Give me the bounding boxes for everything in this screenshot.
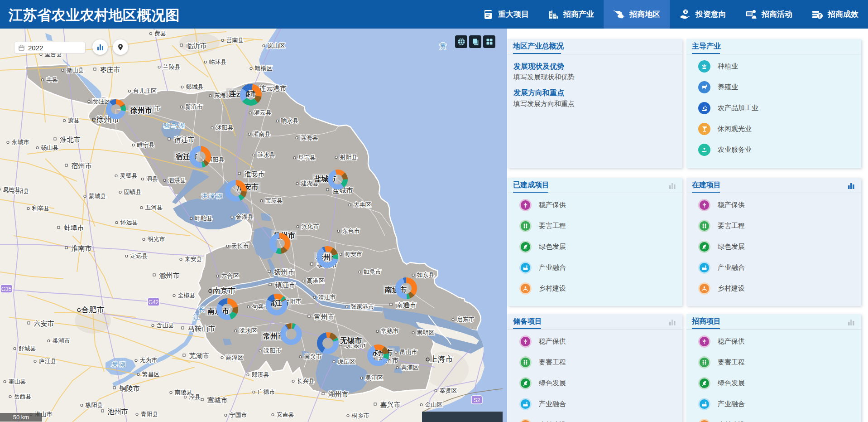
svg-text:永城市: 永城市 bbox=[12, 139, 29, 146]
svg-text:青阳县: 青阳县 bbox=[141, 411, 158, 417]
svg-text:盱眙县: 盱眙县 bbox=[195, 215, 213, 222]
svg-text:射阳县: 射阳县 bbox=[340, 154, 358, 160]
svg-text:奉贤区: 奉贤区 bbox=[440, 387, 457, 394]
svg-text:赣榆区: 赣榆区 bbox=[255, 65, 273, 72]
svg-text:湖州市: 湖州市 bbox=[328, 390, 349, 398]
svg-text:青浦区: 青浦区 bbox=[401, 364, 419, 371]
svg-text:贾汪区: 贾汪区 bbox=[93, 98, 110, 105]
svg-text:巢湖市: 巢湖市 bbox=[53, 337, 70, 344]
svg-text:台儿庄区: 台儿庄区 bbox=[133, 87, 157, 94]
svg-text:海安市: 海安市 bbox=[345, 251, 362, 257]
svg-text:怀远县: 怀远县 bbox=[120, 219, 138, 226]
svg-text:泗洪县: 泗洪县 bbox=[168, 177, 186, 184]
svg-text:无为市: 无为市 bbox=[140, 357, 158, 364]
svg-text:¥: ¥ bbox=[819, 13, 821, 18]
svg-text:蒙城县: 蒙城县 bbox=[89, 193, 106, 199]
svg-text:来安县: 来安县 bbox=[185, 256, 202, 262]
svg-text:淮北市: 淮北市 bbox=[60, 136, 81, 143]
svg-text:丰县: 丰县 bbox=[46, 76, 58, 83]
svg-text:响水县: 响水县 bbox=[281, 117, 299, 124]
svg-text:舒城县: 舒城县 bbox=[19, 345, 36, 352]
svg-text:蚌埠市: 蚌埠市 bbox=[64, 224, 84, 232]
svg-text:郯城县: 郯城县 bbox=[186, 83, 204, 90]
svg-text:枞阳县: 枞阳县 bbox=[86, 402, 103, 408]
svg-text:金湖县: 金湖县 bbox=[236, 213, 254, 220]
svg-text:如皋市: 如皋市 bbox=[364, 268, 381, 275]
svg-text:池州市: 池州市 bbox=[108, 407, 128, 415]
svg-text:阜宁县: 阜宁县 bbox=[298, 154, 316, 161]
svg-text:连云港市: 连云港市 bbox=[259, 84, 287, 92]
svg-text:吴江区: 吴江区 bbox=[365, 374, 383, 381]
svg-text:高淳区: 高淳区 bbox=[226, 354, 244, 361]
svg-text:淮安市: 淮安市 bbox=[245, 170, 265, 178]
svg-text:萧县: 萧县 bbox=[68, 117, 80, 124]
svg-text:临沭县: 临沭县 bbox=[209, 58, 227, 65]
svg-text:合肥市: 合肥市 bbox=[82, 306, 105, 314]
svg-text:微山县: 微山县 bbox=[67, 67, 84, 73]
svg-text:夏邑县: 夏邑县 bbox=[3, 186, 21, 193]
svg-text:常熟市: 常熟市 bbox=[381, 328, 399, 335]
svg-text:岳西县: 岳西县 bbox=[14, 393, 32, 400]
svg-text:五河县: 五河县 bbox=[145, 204, 163, 211]
svg-text:含山县: 含山县 bbox=[157, 322, 174, 329]
svg-text:六合区: 六合区 bbox=[221, 272, 239, 279]
svg-text:马鞍山市: 马鞍山市 bbox=[188, 325, 215, 332]
svg-text:安吉县: 安吉县 bbox=[277, 411, 294, 418]
svg-text:宜兴市: 宜兴市 bbox=[304, 353, 322, 360]
svg-text:巢 湖: 巢 湖 bbox=[112, 361, 125, 368]
svg-text:霍山县: 霍山县 bbox=[9, 378, 26, 385]
svg-text:庐江县: 庐江县 bbox=[39, 358, 57, 364]
svg-text:溧阳市: 溧阳市 bbox=[264, 347, 282, 354]
svg-text:泾县: 泾县 bbox=[189, 393, 201, 400]
svg-text:固镇县: 固镇县 bbox=[124, 189, 142, 195]
svg-text:淮南市: 淮南市 bbox=[72, 244, 92, 252]
svg-text:虎丘区: 虎丘区 bbox=[338, 358, 355, 365]
svg-text:洪 泽 湖: 洪 泽 湖 bbox=[201, 193, 222, 199]
svg-text:崇明区: 崇明区 bbox=[417, 329, 435, 336]
svg-text:六安市: 六安市 bbox=[34, 320, 54, 327]
svg-text:扬州市: 扬州市 bbox=[274, 268, 295, 276]
svg-text:G35: G35 bbox=[1, 286, 12, 292]
svg-text:G42: G42 bbox=[149, 299, 159, 306]
svg-text:江: 江 bbox=[193, 313, 200, 320]
svg-text:繁昌区: 繁昌区 bbox=[142, 371, 160, 378]
svg-text:滁州市: 滁州市 bbox=[159, 272, 180, 279]
svg-text:宿迁市: 宿迁市 bbox=[174, 136, 195, 143]
svg-text:镇江市: 镇江市 bbox=[275, 281, 296, 289]
svg-text:枣庄市: 枣庄市 bbox=[100, 66, 120, 73]
svg-text:广德市: 广德市 bbox=[258, 388, 275, 395]
svg-text:泗县: 泗县 bbox=[146, 175, 158, 182]
svg-text:常州市: 常州市 bbox=[314, 313, 335, 320]
svg-text:新沂市: 新沂市 bbox=[185, 103, 203, 110]
svg-text:兰陵县: 兰陵县 bbox=[163, 63, 181, 70]
svg-text:¥: ¥ bbox=[685, 10, 687, 14]
svg-text:郎溪县: 郎溪县 bbox=[252, 371, 269, 378]
svg-text:高港区: 高港区 bbox=[307, 277, 325, 284]
svg-text:上海市: 上海市 bbox=[430, 355, 453, 364]
svg-text:昆山市: 昆山市 bbox=[400, 349, 417, 355]
svg-text:费县: 费县 bbox=[154, 30, 166, 37]
svg-text:定远县: 定远县 bbox=[130, 252, 148, 259]
svg-text:长兴县: 长兴县 bbox=[297, 378, 315, 384]
svg-text:张家港市: 张家港市 bbox=[350, 303, 374, 310]
svg-text:利辛县: 利辛县 bbox=[32, 205, 50, 212]
svg-text:宿州市: 宿州市 bbox=[72, 162, 92, 170]
svg-text:宝应县: 宝应县 bbox=[265, 197, 283, 204]
svg-text:滨海县: 滨海县 bbox=[301, 134, 318, 141]
svg-text:启东市: 启东市 bbox=[457, 316, 475, 323]
svg-text:无锡市: 无锡市 bbox=[340, 336, 362, 344]
svg-text:沭阳县: 沭阳县 bbox=[216, 124, 234, 131]
svg-text:砀山县: 砀山县 bbox=[41, 144, 59, 151]
svg-text:兴化市: 兴化市 bbox=[302, 223, 319, 230]
svg-text:骆 马 湖: 骆 马 湖 bbox=[163, 122, 185, 129]
svg-text:睢宁县: 睢宁县 bbox=[137, 141, 155, 148]
svg-text:徐州市: 徐州市 bbox=[130, 106, 152, 114]
svg-text:S2: S2 bbox=[474, 397, 480, 403]
svg-text:莒南县: 莒南县 bbox=[226, 37, 244, 44]
svg-text:桐乡市: 桐乡市 bbox=[351, 412, 369, 419]
svg-text:宁国市: 宁国市 bbox=[230, 412, 247, 418]
svg-text:全椒县: 全椒县 bbox=[178, 292, 196, 299]
svg-text:灌南县: 灌南县 bbox=[253, 131, 271, 137]
svg-text:天长市: 天长市 bbox=[231, 243, 249, 249]
svg-text:临沂市: 临沂市 bbox=[187, 42, 207, 49]
